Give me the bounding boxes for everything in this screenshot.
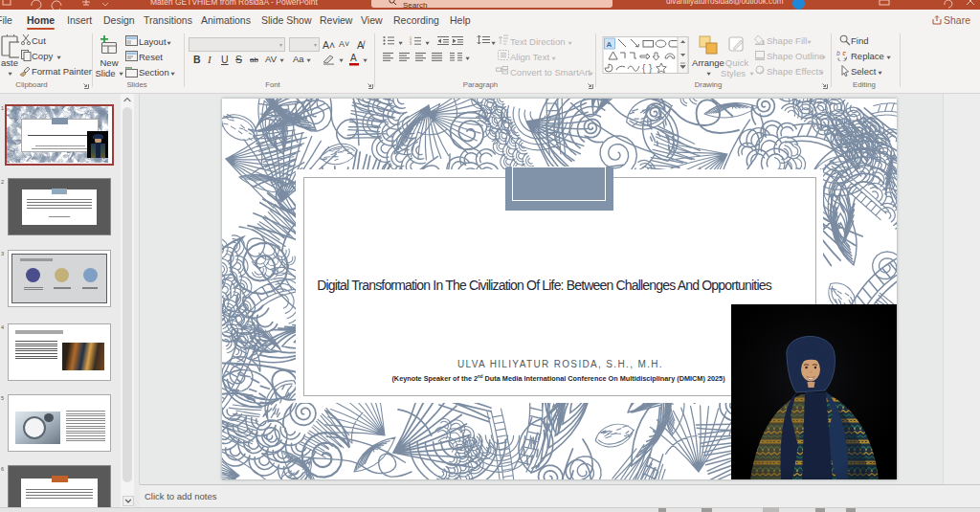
svg-text:A: A bbox=[607, 40, 612, 49]
svg-text:c: c bbox=[843, 50, 847, 56]
svg-text:b: b bbox=[836, 50, 840, 56]
